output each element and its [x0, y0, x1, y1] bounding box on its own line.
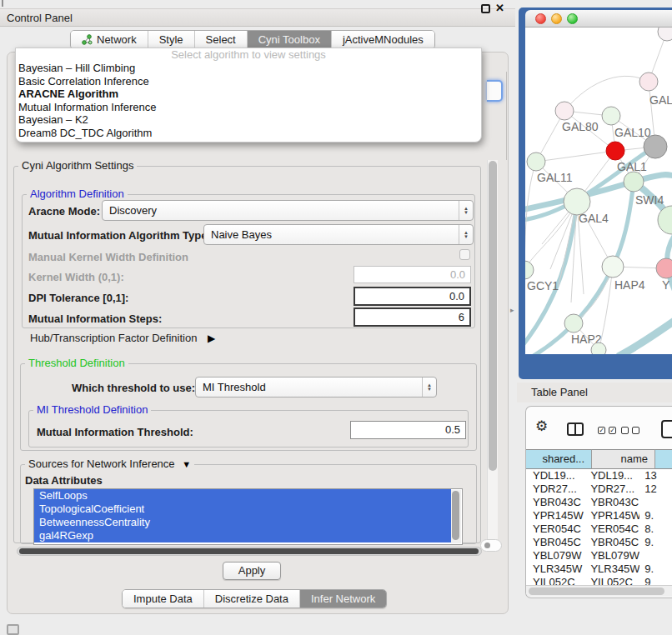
- table-header: shared...nameA: [526, 449, 672, 469]
- network-window-titlebar[interactable]: [525, 10, 672, 28]
- network-node[interactable]: [591, 342, 606, 354]
- tab-label: jActiveMNodules: [343, 31, 424, 48]
- network-node-y[interactable]: [656, 258, 672, 278]
- bottom-tab-infer-network[interactable]: Infer Network: [299, 590, 386, 608]
- apply-button[interactable]: Apply: [223, 562, 281, 580]
- manual-kernel-width-checkbox[interactable]: [459, 249, 470, 260]
- horizontal-scrollbar-thumb[interactable]: [19, 548, 479, 554]
- tab-label: Style: [159, 31, 183, 48]
- network-node-gal10[interactable]: [602, 107, 620, 125]
- column-header-shared-[interactable]: shared...: [526, 449, 592, 469]
- hub-transcription-section[interactable]: Hub/Transcription Factor Definition ▶: [30, 332, 215, 344]
- algorithm-option-basic-correlation-inference[interactable]: Basic Correlation Inference: [16, 75, 481, 88]
- tab-network[interactable]: Network: [71, 31, 148, 48]
- bottom-tab-discretize-data[interactable]: Discretize Data: [203, 590, 299, 608]
- data-attribute-item[interactable]: BetweennessCentrality: [34, 516, 451, 529]
- close-icon[interactable]: ✕: [495, 2, 504, 14]
- data-attribute-item[interactable]: SelfLoops: [34, 489, 451, 502]
- gear-icon[interactable]: ⚙: [535, 419, 548, 433]
- data-attributes-list[interactable]: SelfLoopsTopologicalCoefficientBetweenne…: [33, 488, 463, 545]
- function-builder-icon[interactable]: [661, 420, 672, 438]
- table-scrollbar-thumb[interactable]: [529, 588, 664, 595]
- horizontal-scrollbar[interactable]: [17, 547, 482, 556]
- tab-cyni-toolbox[interactable]: Cyni Toolbox: [247, 31, 331, 48]
- table-row[interactable]: YIL052CYIL052C9: [526, 576, 672, 585]
- column-header-name[interactable]: name: [592, 449, 655, 469]
- table-horizontal-scrollbar[interactable]: [526, 585, 672, 597]
- column-header-a[interactable]: A: [655, 449, 672, 469]
- mi-steps-field[interactable]: 6: [354, 308, 471, 327]
- table-cell: YDL19...: [584, 469, 639, 482]
- table-row[interactable]: YBR043CYBR043C: [526, 496, 672, 509]
- tab-select[interactable]: Select: [194, 31, 247, 48]
- network-node-gal80[interactable]: [555, 102, 574, 120]
- network-node-gal1[interactable]: [606, 142, 624, 160]
- expanded-arrow-icon[interactable]: ▼: [182, 459, 191, 469]
- table-cell: 9.: [639, 562, 672, 576]
- mi-algorithm-type-select[interactable]: Naive Bayes ▲▼: [203, 224, 474, 245]
- algorithm-option-mutual-information-inference[interactable]: Mutual Information Inference: [16, 101, 481, 114]
- network-node-gal[interactable]: [639, 72, 658, 91]
- table-row[interactable]: YPR145WYPR145W9.: [526, 509, 672, 522]
- mi-steps-label: Mutual Information Steps:: [28, 312, 162, 325]
- table-row[interactable]: YER054CYER054C8.: [526, 522, 672, 536]
- network-node-gcy1[interactable]: [525, 261, 534, 279]
- panel-grip-icon[interactable]: [7, 624, 19, 635]
- deselect-all-columns-icon[interactable]: [621, 427, 639, 434]
- list-scrollbar[interactable]: [451, 490, 461, 543]
- zoom-window-icon[interactable]: [567, 13, 578, 24]
- collapsed-arrow-icon[interactable]: ▶: [208, 332, 215, 344]
- network-node-hap4[interactable]: [602, 256, 624, 278]
- minimize-window-icon[interactable]: [551, 13, 562, 24]
- network-graph[interactable]: GALGAL80GAL10GAL1GAL11SWI4GAL4GCY1HAP4YH…: [525, 28, 672, 354]
- network-node[interactable]: [658, 206, 672, 234]
- sources-group-title: Sources for Network Inference ▼: [25, 458, 194, 470]
- table-cell: YDR27...: [584, 482, 639, 496]
- algorithm-option-bayesian-k2[interactable]: Bayesian – K2: [16, 113, 481, 127]
- spinner-icon[interactable]: ▲▼: [459, 201, 473, 220]
- algorithm-dropdown-popup: Select algorithm to view settings Bayesi…: [15, 48, 482, 142]
- table-cell: YBR045C: [584, 536, 639, 549]
- tab-style[interactable]: Style: [148, 31, 194, 48]
- table-row[interactable]: YBL079WYBL079W: [526, 549, 672, 562]
- spinner-icon[interactable]: ▲▼: [422, 378, 436, 397]
- table-cell: 13: [639, 469, 672, 482]
- vertical-scrollbar[interactable]: [487, 160, 498, 545]
- network-node[interactable]: [658, 28, 672, 41]
- vertical-scrollbar-thumb[interactable]: [489, 161, 497, 471]
- focused-combo-fragment[interactable]: [487, 80, 503, 102]
- network-node-swi4[interactable]: [624, 172, 644, 192]
- data-attribute-item[interactable]: gal4RGexp: [34, 529, 451, 542]
- algorithm-option-aracne-algorithm[interactable]: ARACNE Algorithm: [16, 88, 481, 101]
- mi-threshold-field[interactable]: 0.5: [350, 421, 466, 439]
- algorithm-option-bayesian-hill-climbing[interactable]: Bayesian – Hill Climbing: [16, 62, 481, 75]
- select-all-columns-icon[interactable]: ✓ ✓: [598, 427, 616, 434]
- dpi-tolerance-field[interactable]: 0.0: [354, 287, 471, 306]
- kernel-width-field[interactable]: 0.0: [354, 266, 471, 283]
- close-window-icon[interactable]: [535, 13, 546, 24]
- panel-divider-icon[interactable]: ▸: [510, 306, 514, 314]
- network-node-gal11[interactable]: [527, 152, 545, 171]
- aracne-mode-select[interactable]: Discovery ▲▼: [102, 200, 474, 221]
- network-canvas[interactable]: GALGAL80GAL10GAL1GAL11SWI4GAL4GCY1HAP4YH…: [525, 28, 672, 354]
- network-node-hap2[interactable]: [564, 314, 583, 332]
- list-scrollbar-thumb[interactable]: [452, 491, 459, 540]
- table-cell: 9: [639, 576, 672, 585]
- table-row[interactable]: YDL19...YDL19...13: [526, 469, 672, 482]
- table-cell: 9.: [639, 509, 672, 522]
- network-node[interactable]: [644, 135, 667, 158]
- spinner-icon[interactable]: ▲▼: [459, 225, 473, 244]
- data-attribute-item[interactable]: TopologicalCoefficient: [34, 502, 451, 516]
- table-cell: YBL079W: [584, 549, 639, 562]
- table-cell: [639, 496, 672, 509]
- bottom-tab-impute-data[interactable]: Impute Data: [123, 590, 203, 608]
- which-threshold-select[interactable]: MI Threshold ▲▼: [195, 377, 437, 398]
- table-row[interactable]: YBR045CYBR045C9.: [526, 536, 672, 549]
- float-panel-icon[interactable]: [481, 4, 490, 13]
- table-cell: 12: [639, 482, 672, 496]
- table-row[interactable]: YDR27...YDR27...12: [526, 482, 672, 496]
- tab-jactivemnodules[interactable]: jActiveMNodules: [331, 31, 434, 48]
- algorithm-option-dream8-dc-tdc-algorithm[interactable]: Dream8 DC_TDC Algorithm: [16, 127, 481, 140]
- table-row[interactable]: YLR345WYLR345W9.: [526, 562, 672, 576]
- columns-icon[interactable]: [567, 422, 584, 436]
